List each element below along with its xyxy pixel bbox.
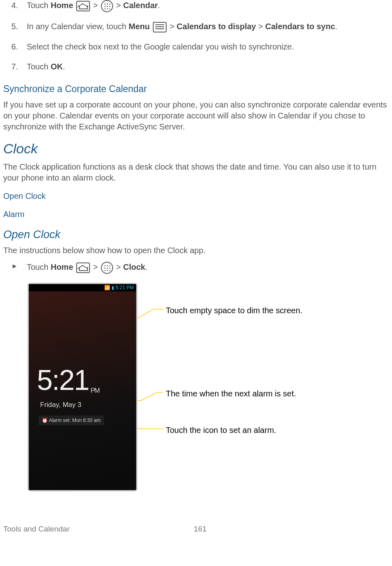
text: > [170,22,177,31]
home-icon [76,263,90,273]
step-5: 5. In any Calendar view, touch Menu > Ca… [3,21,389,32]
text: Touch [27,1,51,10]
step-6: 6. Select the check box next to the Goog… [3,41,389,52]
text: > [256,22,265,31]
step-number: 7. [11,61,23,72]
footer: Tools and Calendar 161 [3,524,389,534]
apps-icon [101,262,113,274]
menu-icon [153,22,167,32]
text: . [145,263,148,271]
text: . [158,1,160,10]
step-content: Touch Home > > Calendar. [27,0,389,12]
apps-icon [101,0,113,12]
bold-calendar: Calendar [123,1,158,10]
bold-clock: Clock [123,263,145,271]
step-content: In any Calendar view, touch Menu > Calen… [27,21,389,32]
text: Touch [27,263,51,271]
clock-pm: PM [90,386,99,396]
para-clock: The Clock application functions as a des… [3,161,389,183]
text: > [93,1,98,10]
phone-screenshot: 📶 ▮ 5:21 PM 5:21 PM Friday, May 3 ⏰ Alar… [28,283,137,491]
bold-calendars-display: Calendars to display [177,22,256,31]
heading-sync-corporate: Synchronize a Corporate Calendar [3,83,389,95]
footer-section: Tools and Calendar [3,524,194,534]
bullet-content: Touch Home > > Clock. [27,262,389,274]
step-number: 6. [11,41,23,52]
alarm-set-label: ⏰ Alarm set: Mon 8:30 am [39,415,104,425]
heading-clock: Clock [3,140,389,158]
text: > [116,1,121,10]
step-content: Touch OK. [27,61,389,72]
link-open-clock[interactable]: Open Clock [3,191,389,202]
heading-open-clock: Open Clock [3,227,389,242]
text: > [116,263,121,271]
clock-time: 5:21 PM [37,361,128,400]
clock-date: Friday, May 3 [40,400,128,410]
para-sync-corporate: If you have set up a corporate account o… [3,99,389,132]
step-number: 5. [11,21,23,32]
para-open-clock: The instructions below show how to open … [3,245,389,256]
step-7: 7. Touch OK. [3,61,389,72]
clock-area: 5:21 PM Friday, May 3 ⏰ Alarm set: Mon 8… [37,361,128,425]
callout-set-alarm: Touch the icon to set an alarm. [166,425,276,436]
bullet-marker: ► [11,262,23,271]
text: > [93,263,98,271]
bold-home: Home [51,263,73,271]
battery-icon: ▮ [111,285,114,291]
text: . [63,62,65,71]
wifi-icon: 📶 [104,285,110,291]
link-alarm[interactable]: Alarm [3,209,389,220]
text: In any Calendar view, touch [27,22,129,31]
callout-next-alarm: The time when the next alarm is set. [166,388,296,399]
home-icon [76,1,90,11]
bullet-open-clock: ► Touch Home > > Clock. [3,262,389,274]
bold-calendars-sync: Calendars to sync [265,22,335,31]
step-content: Select the check box next to the Google … [27,41,389,52]
status-bar: 📶 ▮ 5:21 PM [29,284,136,291]
bold-home: Home [51,1,73,10]
footer-page-number: 161 [194,524,207,534]
step-4: 4. Touch Home > > Calendar. [3,0,389,12]
step-number: 4. [11,0,23,11]
clock-figure: 📶 ▮ 5:21 PM 5:21 PM Friday, May 3 ⏰ Alar… [28,283,389,491]
bold-menu: Menu [129,22,150,31]
text: . [335,22,338,31]
text: Touch [27,62,51,71]
clock-time-value: 5:21 [37,361,89,400]
bold-ok: OK [51,62,63,71]
status-time: 5:21 PM [116,285,134,291]
callout-dim-screen: Touch empty space to dim the screen. [166,305,302,316]
